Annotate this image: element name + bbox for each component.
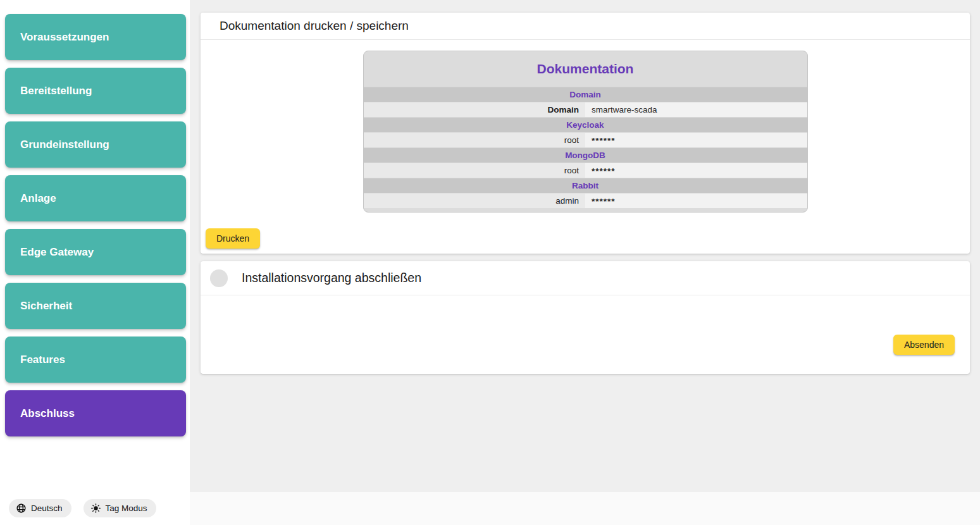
doc-section-mongodb: MongoDB <box>364 147 807 163</box>
doc-row-keycloak-root: root ****** <box>364 132 807 147</box>
doc-row-value: ****** <box>585 163 807 178</box>
doc-row-label: Domain <box>364 102 586 117</box>
sidebar-item-grundeinstellung[interactable]: Grundeinstellung <box>5 121 186 168</box>
doc-row-label: admin <box>364 194 586 208</box>
documentation-card-title: Dokumentation drucken / speichern <box>201 13 970 40</box>
sidebar-item-abschluss[interactable]: Abschluss <box>5 390 186 436</box>
documentation-card-body: Dokumentation Domain Domain smartware-sc… <box>201 40 970 223</box>
sidebar-item-bereitstellung[interactable]: Bereitstellung <box>5 68 186 114</box>
doc-section-rabbit: Rabbit <box>364 178 807 193</box>
documentation-card-actions: Drucken <box>201 223 970 254</box>
globe-icon <box>16 503 27 514</box>
main-content: Dokumentation drucken / speichern Dokume… <box>190 0 980 525</box>
doc-row-value: smartware-scada <box>585 102 807 117</box>
sidebar: Voraussetzungen Bereitstellung Grundeins… <box>0 0 190 525</box>
doc-row-value: ****** <box>585 194 807 208</box>
sidebar-item-voraussetzungen[interactable]: Voraussetzungen <box>5 14 186 60</box>
language-chip[interactable]: Deutsch <box>9 499 71 517</box>
documentation-summary-table: Dokumentation Domain Domain smartware-sc… <box>363 51 808 213</box>
doc-row-label: root <box>364 163 586 178</box>
finish-installation-card: Installationsvorgang abschließen Absende… <box>201 261 970 374</box>
sidebar-footer: Deutsch Tag Modus <box>9 499 156 517</box>
documentation-card: Dokumentation drucken / speichern Dokume… <box>201 13 970 254</box>
sidebar-item-sicherheit[interactable]: Sicherheit <box>5 283 186 329</box>
theme-mode-chip-label: Tag Modus <box>106 503 147 513</box>
submit-button[interactable]: Absenden <box>893 335 955 355</box>
sidebar-item-anlage[interactable]: Anlage <box>5 175 186 221</box>
sun-icon <box>90 503 101 514</box>
doc-row-value: ****** <box>585 133 807 147</box>
doc-row-domain: Domain smartware-scada <box>364 102 807 117</box>
theme-mode-chip[interactable]: Tag Modus <box>84 499 156 517</box>
sidebar-item-features[interactable]: Features <box>5 337 186 383</box>
doc-row-mongodb-root: root ****** <box>364 163 807 178</box>
doc-row-label: root <box>364 133 586 147</box>
language-chip-label: Deutsch <box>31 503 63 513</box>
finish-installation-header: Installationsvorgang abschließen <box>201 261 970 295</box>
doc-section-domain: Domain <box>364 87 807 102</box>
footer-strip <box>190 491 980 525</box>
doc-section-keycloak: Keycloak <box>364 117 807 132</box>
print-button[interactable]: Drucken <box>206 228 260 249</box>
wizard-steps-nav: Voraussetzungen Bereitstellung Grundeins… <box>0 0 190 436</box>
doc-row-rabbit-admin: admin ****** <box>364 193 807 208</box>
sidebar-item-edge-gateway[interactable]: Edge Gateway <box>5 229 186 275</box>
status-circle-icon <box>210 269 228 287</box>
finish-installation-title: Installationsvorgang abschließen <box>242 271 421 285</box>
documentation-title: Dokumentation <box>364 51 807 87</box>
